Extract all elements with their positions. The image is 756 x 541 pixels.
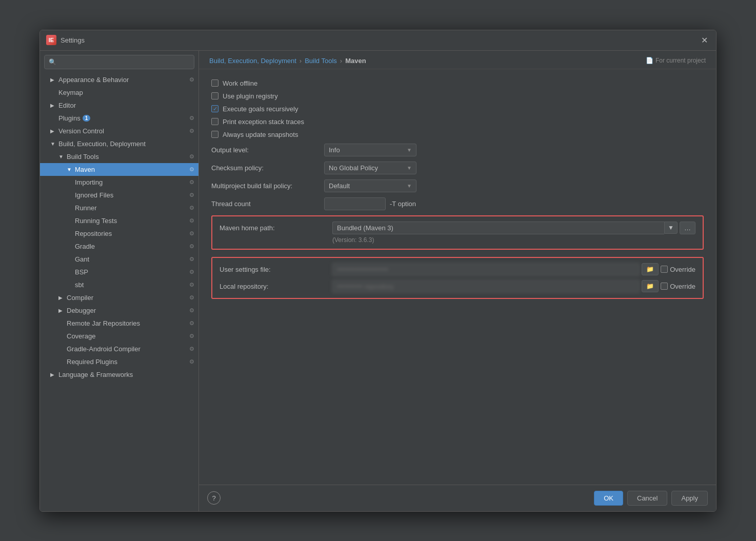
help-button[interactable]: ? [207,491,221,505]
sidebar-item-label: Runner [75,204,97,212]
sidebar-item-label: Running Tests [75,217,117,225]
output-level-select[interactable]: Info ▼ [324,144,416,156]
sidebar-item-label: Coverage [67,332,95,340]
local-repository-override-checkbox[interactable] [661,283,668,290]
sidebar-item-maven[interactable]: ▼ Maven ⚙ [40,163,198,176]
gear-icon: ⚙ [189,166,194,173]
work-offline-row: Work offline [211,79,704,87]
settings-dialog: IE Settings ✕ 🔍 ▶ Appearance & Behavior … [39,30,717,512]
maven-home-dropdown-button[interactable]: ▼ [664,222,678,234]
sidebar-item-label: Plugins [58,114,81,122]
sidebar-item-editor[interactable]: ▶ Editor [40,99,198,112]
multiproject-fail-select[interactable]: Default ▼ [324,179,416,192]
thread-count-row: Thread count -T option [211,197,704,210]
sidebar-item-running-tests[interactable]: Running Tests ⚙ [40,214,198,227]
print-stack-traces-checkbox[interactable] [211,118,218,125]
maven-version-text: (Version: 3.6.3) [332,236,695,244]
sidebar-item-label: BSP [75,268,88,276]
sidebar-item-label: Version Control [58,127,104,135]
dropdown-arrow-icon: ▼ [403,165,412,171]
sidebar-item-sbt[interactable]: sbt ⚙ [40,278,198,291]
work-offline-label: Work offline [223,79,257,87]
expand-arrow-icon: ▶ [50,103,56,108]
sidebar-item-importing[interactable]: Importing ⚙ [40,176,198,189]
t-option-label: -T option [390,200,416,208]
sidebar-item-keymap[interactable]: Keymap [40,86,198,99]
main-content: Build, Execution, Deployment › Build Too… [199,51,716,511]
local-repository-input[interactable]: ••••••••••• repository [332,280,640,293]
sidebar-item-gradle[interactable]: Gradle ⚙ [40,240,198,253]
sidebar-item-version-control[interactable]: ▶ Version Control ⚙ [40,125,198,137]
gear-icon: ⚙ [189,115,194,122]
ok-button[interactable]: OK [594,491,623,506]
project-icon: 📄 [646,57,653,64]
sidebar-item-remote-jar[interactable]: Remote Jar Repositories ⚙ [40,317,198,330]
sidebar-item-required-plugins[interactable]: Required Plugins ⚙ [40,355,198,368]
sidebar-item-compiler[interactable]: ▶ Compiler ⚙ [40,291,198,304]
expand-arrow-icon: ▼ [58,154,65,159]
close-button[interactable]: ✕ [699,34,710,46]
breadcrumb-current: Maven [345,57,366,65]
sidebar-item-gant[interactable]: Gant ⚙ [40,253,198,266]
gear-icon: ⚙ [189,205,194,211]
title-bar: IE Settings ✕ [40,30,716,51]
breadcrumb-part1[interactable]: Build, Execution, Deployment [209,57,296,65]
user-settings-file-input[interactable]: •••••••••••••••••••••• [332,263,640,276]
user-settings-browse-button[interactable]: 📁 [642,263,659,275]
expand-arrow-icon: ▼ [50,141,56,147]
execute-goals-row: ✓ Execute goals recursively [211,105,704,113]
sidebar-item-repositories[interactable]: Repositories ⚙ [40,227,198,240]
sidebar-item-ignored-files[interactable]: Ignored Files ⚙ [40,189,198,202]
sidebar-item-build-execution[interactable]: ▼ Build, Execution, Deployment [40,137,198,150]
use-plugin-registry-row: Use plugin registry [211,92,704,100]
gear-icon: ⚙ [189,256,194,263]
sidebar-item-label: Repositories [75,230,112,237]
sidebar-item-coverage[interactable]: Coverage ⚙ [40,330,198,343]
execute-goals-checkbox[interactable]: ✓ [211,105,218,112]
checksum-policy-select[interactable]: No Global Policy ▼ [324,162,416,174]
local-repository-browse-button[interactable]: 📁 [642,280,659,292]
local-repository-label: Local repository: [220,283,332,290]
gear-icon: ⚙ [189,179,194,186]
sidebar-item-lang-frameworks[interactable]: ▶ Language & Frameworks [40,368,198,381]
dropdown-arrow-icon: ▼ [403,147,412,153]
plugins-badge: 1 [83,115,91,122]
thread-count-input[interactable] [324,197,386,210]
sidebar-item-label: Build, Execution, Deployment [58,140,146,148]
local-repository-row: Local repository: ••••••••••• repository… [220,280,695,293]
sidebar-item-label: Importing [75,178,103,186]
always-update-snapshots-checkbox[interactable] [211,131,218,138]
output-level-label: Output level: [211,146,324,154]
breadcrumb-part2[interactable]: Build Tools [305,57,337,65]
sidebar-item-label: sbt [75,281,84,289]
apply-button[interactable]: Apply [671,491,708,506]
sidebar-item-runner[interactable]: Runner ⚙ [40,202,198,214]
multiproject-fail-label: Multiproject build fail policy: [211,182,324,190]
sidebar-item-debugger[interactable]: ▶ Debugger ⚙ [40,304,198,317]
use-plugin-registry-checkbox[interactable] [211,92,218,99]
multiproject-fail-row: Multiproject build fail policy: Default … [211,179,704,192]
expand-arrow-icon: ▶ [58,295,65,300]
maven-home-browse-button[interactable]: … [680,222,695,234]
sidebar-item-build-tools[interactable]: ▼ Build Tools ⚙ [40,150,198,163]
gear-icon: ⚙ [189,358,194,365]
gear-icon: ⚙ [189,269,194,275]
gear-icon: ⚙ [189,128,194,134]
sidebar-scroll: ▶ Appearance & Behavior ⚙ Keymap ▶ Edito… [40,73,198,511]
sidebar-item-appearance[interactable]: ▶ Appearance & Behavior ⚙ [40,73,198,86]
maven-home-input[interactable] [332,222,664,234]
sidebar-item-label: Compiler [67,294,93,302]
sidebar-item-gradle-android[interactable]: Gradle-Android Compiler ⚙ [40,343,198,355]
sidebar-item-label: Editor [58,102,76,109]
sidebar-item-bsp[interactable]: BSP ⚙ [40,266,198,278]
checksum-policy-row: Checksum policy: No Global Policy ▼ [211,162,704,174]
work-offline-checkbox[interactable] [211,79,218,87]
gear-icon: ⚙ [189,320,194,327]
expand-arrow-icon: ▼ [67,167,73,172]
sidebar-item-plugins[interactable]: Plugins 1 ⚙ [40,112,198,125]
cancel-button[interactable]: Cancel [627,491,667,506]
search-box[interactable]: 🔍 [44,55,194,69]
user-settings-section: User settings file: ••••••••••••••••••••… [211,257,704,299]
gear-icon: ⚙ [189,294,194,301]
user-settings-override-checkbox[interactable] [661,266,668,273]
